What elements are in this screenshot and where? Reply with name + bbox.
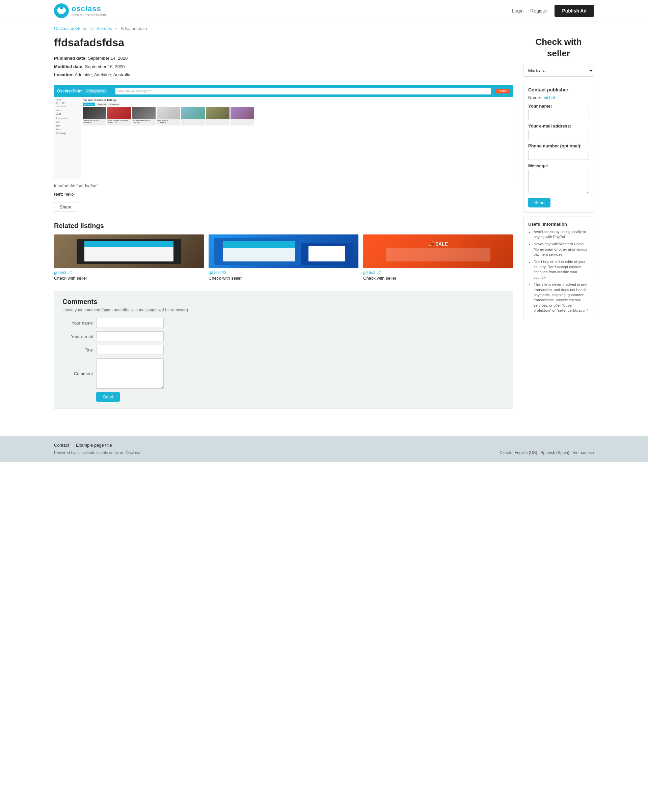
contact-send-button[interactable]: Send (528, 198, 550, 208)
useful-info-box: Useful information Avoid scams by acting… (523, 217, 594, 321)
ss-body: Price $ 1 — $ 5 Condition New Used Trans… (54, 97, 513, 179)
modified-date-row: Modified date: September 16, 2020 (54, 63, 513, 71)
ss-card-2: Axer Praxler +GoPano1600.00 $ (107, 107, 131, 125)
contact-title: Contact publisher (528, 87, 589, 92)
related-grid: gd test #2 Check with seller (54, 235, 513, 281)
ss-all-tab: All listings (83, 102, 95, 106)
footer-links: Contact Example page title (54, 443, 594, 448)
mark-as-select[interactable]: Mark as... (523, 65, 594, 76)
contact-phone-input[interactable] (528, 150, 589, 160)
ss-card-img-5 (181, 107, 205, 119)
comment-name-label: Your name (63, 321, 93, 325)
comment-title-input[interactable] (96, 345, 164, 355)
ss-card-price-6 (206, 119, 229, 120)
contact-message-input[interactable] (528, 170, 589, 193)
contact-phone-label: Phone number (optional): (528, 143, 589, 148)
published-label: Published date: (54, 56, 87, 61)
ss-search-btn: Search (495, 89, 510, 93)
ss-results-title: For sale results 13 listings (83, 99, 511, 102)
contact-your-name-label: Your name: (528, 104, 589, 108)
related-card-img-1 (54, 235, 204, 268)
location-label: Location: (54, 72, 74, 77)
footer-example-link[interactable]: Example page title (76, 443, 112, 448)
ss-cond-new: New (56, 108, 79, 112)
ad-description: fdsafadsfdsfsafdsafsdf (54, 183, 513, 188)
contact-email-input[interactable] (528, 130, 589, 140)
modified-label: Modified date: (54, 64, 84, 69)
contact-your-name-input[interactable] (528, 110, 589, 120)
ss-trans-sell: Sell (56, 120, 79, 124)
ss-filter-label: Price (56, 99, 79, 101)
ss-cards: Samsung S8 Pro999.00 $ Axer Praxler +GoP… (83, 107, 511, 125)
ad-image-container: OsclassPoint Categories ▾ What are you l… (54, 85, 513, 179)
footer-contact-link[interactable]: Contact (54, 443, 69, 448)
comments-subtitle: Leave your comment (spam and offensive m… (63, 308, 504, 312)
svg-point-4 (64, 9, 66, 12)
comment-name-input[interactable] (96, 318, 164, 328)
related-card-3[interactable]: 🎉 SALE gd test #2 Check with seller (363, 235, 513, 281)
ss-card-price-2: Axer Praxler +GoPano1600.00 $ (107, 119, 131, 124)
location-row: Location: Adelaide, Adelaide, Australia (54, 71, 513, 79)
breadcrumb-sep2: > (115, 26, 118, 31)
publish-ad-button[interactable]: Publish Ad (555, 5, 594, 17)
related-title-3: Check with seller (363, 276, 513, 281)
comment-email-input[interactable] (96, 331, 164, 341)
footer-lang-vietnamese[interactable]: Vietnamese (573, 450, 594, 455)
ss-company-tab: Company (109, 102, 121, 106)
svg-point-3 (57, 9, 59, 12)
comment-message-input[interactable] (96, 358, 164, 389)
modified-value: September 16, 2020 (85, 64, 125, 69)
useful-item-4: This site is never involved in any trans… (533, 282, 589, 313)
sale-badge: 🎉 SALE (428, 241, 448, 247)
ss-cond-label: Condition (56, 105, 79, 108)
login-link[interactable]: Login (512, 8, 523, 14)
footer-lang-english[interactable]: English (US) (514, 450, 537, 455)
ss-search-bar: What are you looking for? (115, 88, 491, 95)
register-link[interactable]: Register (530, 8, 548, 14)
footer-languages: Czech English (US) Spanish (Spain) Vietn… (500, 450, 594, 455)
related-card-img-2 (209, 235, 358, 268)
breadcrumb-home[interactable]: Osclass dev5 test (54, 26, 89, 31)
ss-logo: OsclassPoint (57, 89, 83, 93)
footer-powered-text: Powered by classifieds scripts software … (54, 450, 140, 455)
ss-card-price-1: Samsung S8 Pro999.00 $ (83, 119, 106, 124)
contact-name-value[interactable]: michal (543, 95, 555, 100)
ss-trans-exchange: Exchange (56, 131, 79, 135)
useful-item-3: Don't buy or sell outside of your countr… (533, 259, 589, 280)
ss-card-7 (231, 107, 254, 125)
logo-icon (54, 3, 69, 18)
comment-comment-label: Comment (63, 371, 93, 376)
footer-lang-czech[interactable]: Czech (500, 450, 511, 455)
location-value: Adelaide, Adelaide, Australia (75, 72, 130, 77)
related-card-2[interactable]: gd test #2 Check with seller (209, 235, 358, 281)
comment-email-label: Your e-mail (63, 334, 93, 339)
useful-item-2: Never pay with Western Union, Moneygram … (533, 241, 589, 257)
related-card-1[interactable]: gd test #2 Check with seller (54, 235, 204, 281)
footer-lang-spanish[interactable]: Spanish (Spain) (540, 450, 569, 455)
logo-area: osclass open source classifieds (54, 3, 107, 18)
ad-title: ffdsafadsfdsa (54, 37, 513, 49)
site-header: osclass open source classifieds Login Re… (0, 0, 648, 22)
related-card-img-3: 🎉 SALE (363, 235, 513, 268)
ad-meta: Published date: September 14, 2020 Modif… (54, 54, 513, 79)
right-column: Check with seller Mark as... Contact pub… (523, 37, 594, 320)
comment-send-button[interactable]: Send (96, 392, 120, 402)
comment-title-row: Title (63, 345, 504, 355)
ss-personal-tab: Personal (96, 102, 108, 106)
published-date-row: Published date: September 14, 2020 (54, 54, 513, 63)
left-column: ffdsafadsfdsa Published date: September … (54, 37, 513, 422)
breadcrumb-sep1: > (91, 26, 95, 31)
breadcrumb-category[interactable]: Animals (96, 26, 112, 31)
contact-name-label: Name: (528, 95, 541, 100)
ss-trans-buy: Buy (56, 124, 79, 128)
published-value: September 14, 2020 (88, 56, 128, 61)
site-footer: Contact Example page title Powered by cl… (0, 436, 648, 462)
comment-message-row: Comment (63, 358, 504, 389)
ss-filter-price: $ 1 — $ 5 (56, 102, 79, 104)
footer-bottom: Powered by classifieds scripts software … (54, 450, 594, 455)
share-button[interactable]: Share (54, 202, 77, 212)
contact-box: Contact publisher Name: michal Your name… (523, 82, 594, 212)
related-title: Related listings (54, 222, 513, 230)
breadcrumb-current: ffdsafadsfdsa (121, 26, 147, 31)
ad-test-field: test: hello (54, 192, 513, 197)
